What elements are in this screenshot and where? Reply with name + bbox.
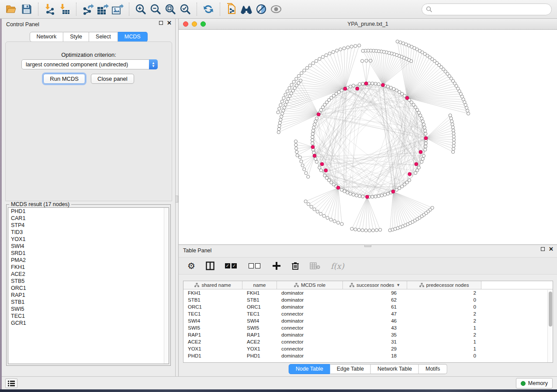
tab-mcds[interactable]: MCDS [118, 32, 148, 42]
table-cell: FKH1 [242, 290, 277, 296]
tab-motifs[interactable]: Motifs [419, 364, 447, 374]
zoom-in-icon[interactable] [133, 2, 148, 17]
mcds-result-item[interactable]: ORC1 [8, 285, 169, 292]
mcds-result-item[interactable]: SWI5 [8, 306, 169, 313]
mcds-result-item[interactable]: TEC1 [8, 313, 169, 320]
mcds-result-item[interactable]: SWI4 [8, 243, 169, 250]
float-panel-icon[interactable] [541, 247, 545, 251]
table-row[interactable]: YOX1YOX1connector291 [183, 345, 553, 352]
global-search[interactable] [422, 3, 552, 15]
control-panel-header: Control Panel ✕ [2, 19, 175, 30]
mcds-result-item[interactable]: YOX1 [8, 236, 169, 243]
close-panel-icon[interactable]: ✕ [167, 21, 172, 25]
mcds-result-item[interactable]: FKH1 [8, 264, 169, 271]
control-panel-title: Control Panel [6, 21, 39, 28]
node-table[interactable]: shared namenameMCDS rolesuccessor nodes▼… [183, 281, 553, 363]
tab-node-table[interactable]: Node Table [289, 364, 330, 374]
mcds-result-items: PHD1CAR1STP4TID3YOX1SWI4SRD1PMA2FKH1ACE2… [8, 208, 169, 327]
tab-network-table[interactable]: Network Table [371, 364, 419, 374]
tab-network[interactable]: Network [29, 32, 63, 42]
table-scrollbar-thumb[interactable] [549, 292, 552, 327]
table-cell: 0 [407, 304, 481, 309]
table-scrollbar[interactable] [547, 290, 553, 362]
table-cell: 2 [407, 318, 481, 323]
find-network-icon[interactable] [239, 2, 254, 17]
run-mcds-button[interactable]: Run MCDS [43, 74, 85, 84]
refresh-icon[interactable] [201, 2, 216, 17]
mcds-result-item[interactable]: RAP1 [8, 292, 169, 299]
table-cell: 46 [343, 318, 407, 323]
node-table-rows: FKH1FKH1dominator962STB1STB1dominator620… [183, 289, 553, 359]
export-image-icon[interactable] [110, 2, 125, 17]
window-zoom-icon[interactable] [201, 21, 206, 27]
mcds-result-item[interactable]: STB5 [8, 278, 169, 285]
zoom-out-icon[interactable] [148, 2, 163, 17]
delete-table-icon[interactable] [310, 261, 320, 271]
mcds-result-item[interactable]: PHD1 [8, 208, 169, 215]
table-row[interactable]: STB1STB1dominator620 [183, 296, 553, 303]
table-cell: 2 [407, 332, 481, 337]
delete-columns-icon[interactable] [291, 261, 299, 271]
table-row[interactable]: RAP1RAP1dominator352 [183, 331, 553, 338]
table-row[interactable]: ACE2ACE2connector311 [183, 338, 553, 345]
optimization-criterion-select[interactable]: largest connected component (undirected)… [21, 59, 158, 69]
mcds-result-item[interactable]: CAR1 [8, 215, 169, 222]
deselect-all-rows-icon[interactable] [249, 261, 262, 271]
column-header-name[interactable]: name [242, 281, 277, 289]
column-header-successor-nodes[interactable]: successor nodes▼ [343, 281, 407, 289]
mcds-result-item[interactable]: GCR1 [8, 320, 169, 327]
memory-button[interactable]: Memory [516, 378, 553, 389]
mcds-result-item[interactable]: PMA2 [8, 257, 169, 264]
column-header-MCDS-role[interactable]: MCDS role [277, 281, 343, 289]
export-table-icon[interactable] [95, 2, 110, 17]
export-network-icon[interactable] [80, 2, 95, 17]
task-history-button[interactable] [5, 378, 17, 388]
tab-edge-table[interactable]: Edge Table [330, 364, 371, 374]
column-header-filler [481, 281, 553, 289]
window-minimize-icon[interactable] [192, 21, 197, 27]
mcds-result-item[interactable]: STP4 [8, 222, 169, 229]
new-network-from-selection-icon[interactable] [224, 2, 239, 17]
float-panel-icon[interactable] [159, 21, 163, 25]
mcds-result-item[interactable]: TID3 [8, 229, 169, 236]
tab-select[interactable]: Select [89, 32, 118, 42]
table-row[interactable]: ORC1ORC1dominator610 [183, 303, 553, 310]
table-cell: ORC1 [183, 304, 242, 309]
column-header-predecessor-nodes[interactable]: predecessor nodes [407, 281, 481, 289]
close-panel-button[interactable]: Close panel [91, 74, 134, 84]
show-columns-icon[interactable] [206, 261, 214, 271]
apply-function-icon[interactable]: f(x) [331, 261, 344, 271]
mcds-result-list[interactable]: PHD1CAR1STP4TID3YOX1SWI4SRD1PMA2FKH1ACE2… [8, 207, 169, 364]
desktop-wallpaper-bottom [0, 389, 557, 392]
table-row[interactable]: FKH1FKH1dominator962 [183, 289, 553, 296]
zoom-fit-icon[interactable] [163, 2, 178, 17]
toolbar-separator [197, 3, 197, 16]
open-file-icon[interactable] [4, 2, 19, 17]
mcds-result-item[interactable]: SRD1 [8, 250, 169, 257]
search-input[interactable] [432, 5, 551, 14]
show-all-icon[interactable] [269, 2, 284, 17]
vertical-splitter-handle[interactable] [175, 196, 178, 203]
mcds-result-item[interactable]: ACE2 [8, 271, 169, 278]
add-column-icon[interactable] [272, 261, 281, 271]
select-all-rows-icon[interactable]: ✓✓ [225, 261, 238, 271]
table-row[interactable]: SWI4SWI4dominator462 [183, 317, 553, 324]
mcds-list-scrollbar[interactable] [164, 208, 169, 364]
mcds-result-item[interactable]: STB1 [8, 299, 169, 306]
tab-style[interactable]: Style [63, 32, 89, 42]
table-settings-icon[interactable]: ⚙ [187, 261, 195, 271]
window-close-icon[interactable] [183, 21, 188, 27]
table-row[interactable]: TEC1TEC1connector472 [183, 310, 553, 317]
table-cell: 1 [407, 325, 481, 330]
import-table-icon[interactable] [57, 2, 72, 17]
zoom-selected-icon[interactable] [178, 2, 193, 17]
close-panel-icon[interactable]: ✕ [549, 247, 554, 251]
hide-selected-icon[interactable] [254, 2, 269, 17]
network-window-titlebar[interactable]: YPA_prune.txt_1 [179, 19, 557, 30]
import-network-icon[interactable] [42, 2, 57, 17]
table-row[interactable]: PHD1PHD1dominator180 [183, 352, 553, 359]
network-canvas[interactable] [179, 30, 557, 244]
save-session-icon[interactable] [19, 2, 34, 17]
column-header-shared-name[interactable]: shared name [183, 281, 242, 289]
table-row[interactable]: SWI5SWI5connector431 [183, 324, 553, 331]
